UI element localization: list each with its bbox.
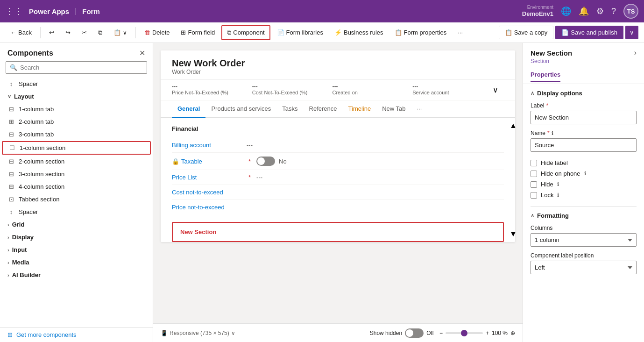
label-field-label: Label * bbox=[531, 102, 637, 109]
form-canvas: New Work Order Work Order --- Price Not-… bbox=[153, 43, 523, 323]
hide-text: Hide bbox=[541, 181, 553, 188]
formatting-collapse-icon[interactable]: ∧ bbox=[531, 213, 534, 219]
paste-dropdown-button[interactable]: 📋 ∨ bbox=[109, 26, 132, 39]
tab-timeline[interactable]: Timeline bbox=[343, 100, 377, 118]
form-properties-button[interactable]: 📋 Form properties bbox=[390, 26, 452, 39]
sidebar-section-media[interactable]: › Media bbox=[0, 256, 153, 269]
4col-section-label: 4-column section bbox=[19, 183, 64, 190]
hide-label-checkbox[interactable] bbox=[531, 160, 537, 166]
save-publish-button[interactable]: 📄 Save and publish bbox=[555, 26, 623, 39]
ai-builder-collapse-icon: › bbox=[7, 272, 9, 278]
copy-button[interactable]: ⧉ bbox=[93, 26, 107, 39]
business-rules-button[interactable]: ⚡ Business rules bbox=[330, 26, 388, 39]
save-copy-button[interactable]: 📋 Save a copy bbox=[499, 26, 554, 39]
price-not-exceed-label: Price not-to-exceed bbox=[172, 204, 247, 211]
field-price-not-exceed: Price not-to-exceed bbox=[172, 200, 504, 214]
back-icon: ← bbox=[10, 29, 16, 36]
tab-general[interactable]: General bbox=[172, 100, 205, 118]
taxable-toggle[interactable] bbox=[256, 157, 275, 166]
name-input[interactable] bbox=[531, 138, 637, 152]
sidebar-section-ai-builder[interactable]: › AI Builder bbox=[0, 269, 153, 281]
hide-checkbox[interactable] bbox=[531, 181, 537, 188]
sidebar-item-2col-section[interactable]: ⊟ 2-column section bbox=[0, 155, 153, 168]
component-label-position-select[interactable]: Left Right Top bbox=[531, 261, 637, 274]
sidebar-item-1col-tab[interactable]: ⊟ 1-column tab bbox=[0, 103, 153, 115]
canvas-scroll-down[interactable]: ▼ bbox=[511, 230, 515, 242]
tab-tasks[interactable]: Tasks bbox=[276, 100, 303, 118]
columns-select[interactable]: 1 column 2 columns 3 columns 4 columns bbox=[531, 233, 637, 247]
canvas-scroll-up[interactable]: ▲ bbox=[511, 118, 515, 242]
save-publish-dropdown[interactable]: ∨ bbox=[625, 26, 638, 39]
zoom-slider[interactable] bbox=[446, 332, 483, 334]
more-button[interactable]: ··· bbox=[453, 26, 467, 39]
waffle-icon[interactable]: ⋮⋮ bbox=[6, 6, 22, 16]
form-libraries-button[interactable]: 📄 Form libraries bbox=[272, 26, 328, 39]
sidebar-section-grid[interactable]: › Grid bbox=[0, 218, 153, 231]
tab-reference[interactable]: Reference bbox=[304, 100, 343, 118]
sidebar-item-3col-tab[interactable]: ⊟ 3-column tab bbox=[0, 128, 153, 141]
taxable-value[interactable]: No bbox=[256, 157, 504, 166]
layout-collapse-icon: ∨ bbox=[7, 93, 11, 100]
sidebar-section-layout[interactable]: ∨ Layout bbox=[0, 90, 153, 103]
form-header-fields: --- Price Not-To-Exceed (%) --- Cost Not… bbox=[161, 79, 515, 100]
settings-icon[interactable]: ⚙ bbox=[596, 6, 604, 16]
notification-icon[interactable]: 🔔 bbox=[579, 6, 589, 16]
formatting-title: Formatting bbox=[537, 212, 569, 219]
sidebar-item-tabbed-section[interactable]: ⊡ Tabbed section bbox=[0, 193, 153, 206]
sidebar-item-2col-tab[interactable]: ⊞ 2-column tab bbox=[0, 115, 153, 128]
new-section-box[interactable]: New Section bbox=[172, 222, 504, 242]
display-options-collapse-icon[interactable]: ∧ bbox=[531, 90, 534, 96]
delete-button[interactable]: 🗑 Delete bbox=[140, 26, 175, 39]
hide-label-row: Hide label bbox=[531, 157, 637, 168]
sidebar-item-4col-section[interactable]: ⊟ 4-column section bbox=[0, 180, 153, 193]
zoom-plus-icon[interactable]: + bbox=[486, 330, 489, 336]
label-field: Label * bbox=[531, 102, 637, 124]
zoom-minus-icon[interactable]: − bbox=[439, 330, 443, 336]
tab-properties[interactable]: Properties bbox=[531, 68, 560, 82]
label-input[interactable] bbox=[531, 111, 637, 124]
lock-checkbox[interactable] bbox=[531, 192, 537, 199]
undo-button[interactable]: ↩ bbox=[44, 26, 59, 39]
tab-more[interactable]: ··· bbox=[411, 100, 428, 118]
lock-info-icon[interactable]: ℹ bbox=[557, 192, 559, 198]
tab-products-services[interactable]: Products and services bbox=[205, 100, 276, 118]
back-button[interactable]: ← Back bbox=[6, 26, 36, 39]
save-copy-icon: 📋 bbox=[505, 29, 512, 36]
search-input[interactable] bbox=[20, 64, 143, 71]
show-hidden-toggle[interactable] bbox=[405, 328, 424, 338]
sidebar-section-input[interactable]: › Input bbox=[0, 243, 153, 256]
redo-button[interactable]: ↪ bbox=[61, 26, 75, 39]
sidebar-item-1col-section[interactable]: ☐ 1-column section bbox=[2, 141, 151, 155]
environment-info: Environment DemoEnv1 bbox=[522, 4, 553, 18]
hide-on-phone-checkbox[interactable] bbox=[531, 171, 537, 177]
header-expand-icon[interactable]: ∨ bbox=[493, 83, 504, 96]
search-box[interactable]: 🔍 bbox=[6, 61, 147, 74]
cut-button[interactable]: ✂ bbox=[77, 26, 92, 39]
sidebar-section-display[interactable]: › Display bbox=[0, 231, 153, 243]
sidebar-item-3col-section[interactable]: ⊟ 3-column section bbox=[0, 168, 153, 180]
get-more-components[interactable]: ⊞ Get more components bbox=[0, 327, 153, 342]
sidebar-close-button[interactable]: ✕ bbox=[139, 49, 145, 57]
help-icon[interactable]: ? bbox=[611, 7, 616, 16]
hide-on-phone-info-icon[interactable]: ℹ bbox=[584, 171, 586, 177]
app-name: Power Apps bbox=[29, 7, 69, 15]
avatar[interactable]: TS bbox=[623, 4, 638, 19]
right-panel-body: ∧ Display options Label * Name * ℹ bbox=[523, 84, 644, 342]
sidebar-item-spacer-top[interactable]: ↕ Spacer bbox=[0, 78, 153, 90]
lock-row: Lock ℹ bbox=[531, 190, 637, 200]
form-field-button[interactable]: ⊞ Form field bbox=[176, 26, 219, 39]
name-info-icon[interactable]: ℹ bbox=[552, 130, 553, 136]
globe-icon[interactable]: 🌐 bbox=[561, 6, 571, 16]
2col-section-label: 2-column section bbox=[19, 158, 64, 165]
component-button[interactable]: ⧉ Component bbox=[221, 25, 270, 40]
show-hidden-label: Show hidden bbox=[370, 330, 402, 336]
section-fields: Billing account --- 🔒 Taxable * bbox=[172, 138, 504, 214]
responsive-selector[interactable]: 📱 Responsive (735 × 575) ∨ bbox=[161, 330, 235, 336]
header-field-3: --- Created on bbox=[333, 83, 405, 96]
main-layout: Components ✕ 🔍 ↕ Spacer ∨ Layout ⊟ 1-col… bbox=[0, 43, 644, 342]
hide-info-icon[interactable]: ℹ bbox=[557, 181, 559, 187]
zoom-fit-icon[interactable]: ⊕ bbox=[510, 330, 515, 336]
sidebar-item-spacer[interactable]: ↕ Spacer bbox=[0, 206, 153, 218]
right-panel-forward-icon[interactable]: › bbox=[634, 49, 637, 57]
tab-new-tab[interactable]: New Tab bbox=[376, 100, 411, 118]
